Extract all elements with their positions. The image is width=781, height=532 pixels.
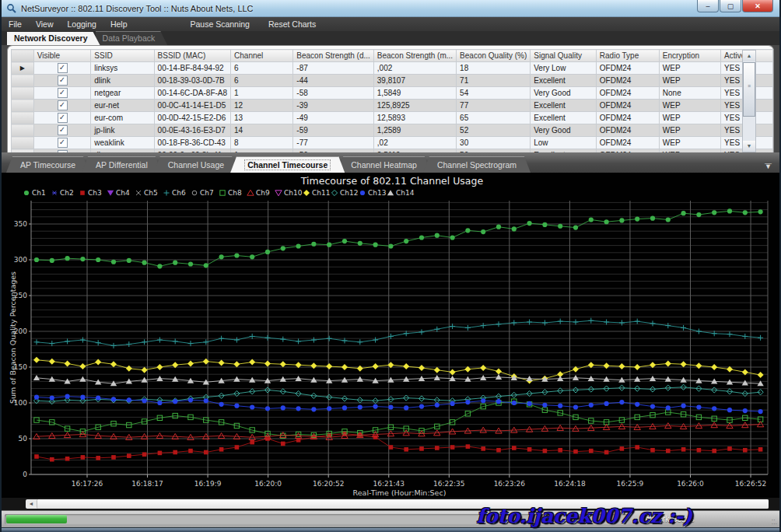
cell: WEP bbox=[659, 100, 720, 112]
row-header-corner bbox=[12, 50, 34, 62]
maximize-button[interactable]: ▢ bbox=[720, 0, 741, 12]
main-tab-bar: Network DiscoveryData Playback bbox=[2, 31, 779, 45]
svg-text:16:26:52: 16:26:52 bbox=[735, 480, 766, 488]
menu-action-reset-charts[interactable]: Reset Charts bbox=[259, 18, 325, 30]
visible-checkbox[interactable]: ✓ bbox=[58, 100, 68, 110]
titlebar[interactable]: NetSurveyor :: 802.11 Discovery Tool :: … bbox=[2, 0, 779, 17]
scroll-down-icon[interactable]: ▼ bbox=[743, 141, 755, 152]
cell: 8 bbox=[231, 137, 293, 149]
minimize-button[interactable]: – bbox=[697, 0, 719, 12]
chart-tabbar-menu-icon[interactable]: —▼ bbox=[765, 162, 772, 168]
menu-logging[interactable]: Logging bbox=[61, 18, 103, 30]
table-scrollbar[interactable]: ▲ ≡ ▼ bbox=[742, 50, 756, 152]
legend-item-ch2 bbox=[52, 191, 57, 194]
cell: 18 bbox=[457, 62, 531, 75]
row-selector[interactable]: ▶ bbox=[12, 62, 34, 75]
cell: ,002 bbox=[373, 62, 456, 75]
cell: -77 bbox=[293, 137, 374, 149]
cell: 12,5893 bbox=[373, 112, 456, 124]
chart-panel: 05010015020025030035016:17:2616:18:1716:… bbox=[2, 173, 779, 498]
table-scrollbar-thumb[interactable]: ≡ bbox=[743, 62, 755, 117]
close-button[interactable]: ✕ bbox=[742, 0, 773, 12]
visible-checkbox[interactable]: ✓ bbox=[58, 63, 68, 73]
resize-grip-icon[interactable]: ∙∙∙∙∙ bbox=[771, 518, 777, 526]
visible-checkbox[interactable]: ✓ bbox=[58, 113, 68, 123]
chart-tab-channel-heatmap[interactable]: Channel Heatmap bbox=[337, 156, 431, 173]
table-row[interactable]: ▶✓linksys00-14-BF-84-94-926-87,00218Very… bbox=[12, 62, 773, 75]
visible-cell: ✓ bbox=[33, 100, 91, 112]
table-row[interactable]: ✓dlink00-18-39-03-0D-7B6-4439,810771Exce… bbox=[12, 75, 773, 87]
column-header-4[interactable]: Channel bbox=[231, 50, 293, 62]
legend-label: Ch8 bbox=[228, 189, 242, 197]
chart-tab-ap-differential[interactable]: AP Differential bbox=[82, 156, 162, 173]
column-header-5[interactable]: Beacon Strength (d... bbox=[293, 50, 374, 62]
cell: 30 bbox=[457, 137, 531, 149]
row-selector[interactable] bbox=[12, 124, 34, 137]
tab-data-playback[interactable]: Data Playback bbox=[96, 31, 168, 45]
svg-text:Real-Time (Hour:Min:Sec): Real-Time (Hour:Min:Sec) bbox=[353, 488, 447, 497]
cell: 65 bbox=[457, 112, 531, 124]
visible-checkbox[interactable]: ✓ bbox=[58, 88, 68, 98]
visible-checkbox[interactable]: ✓ bbox=[58, 138, 68, 148]
column-header-1[interactable]: Visible bbox=[33, 50, 91, 62]
table-row[interactable]: ✓jp-link00-0E-43-16-E3-D714-591,258952Ve… bbox=[12, 124, 773, 137]
cell: Low bbox=[531, 137, 597, 149]
column-header-6[interactable]: Beacon Strength (m... bbox=[373, 50, 456, 62]
legend-item-ch10 bbox=[275, 191, 282, 196]
chart-tab-ap-timecourse[interactable]: AP Timecourse bbox=[6, 156, 89, 173]
visible-checkbox[interactable]: ✓ bbox=[58, 125, 68, 135]
menu-action-pause-scanning[interactable]: Pause Scanning bbox=[180, 18, 258, 30]
scrollbar-grip-icon: ≡ bbox=[744, 85, 755, 87]
legend-label: Ch4 bbox=[116, 189, 130, 197]
table-row[interactable]: ✓weaklink00-18-F8-36-CD-438-77,0230LowOF… bbox=[12, 137, 773, 149]
row-selector[interactable] bbox=[12, 100, 34, 112]
visible-cell: ✓ bbox=[33, 112, 91, 124]
column-header-9[interactable]: Radio Type bbox=[596, 50, 659, 62]
cell: 00-18-F8-36-CD-43 bbox=[154, 137, 230, 149]
column-header-8[interactable]: Signal Quality bbox=[531, 50, 597, 62]
column-header-3[interactable]: BSSID (MAC) bbox=[154, 50, 230, 62]
svg-text:16:21:43: 16:21:43 bbox=[373, 480, 405, 488]
table-row[interactable]: ✓eur-net00-0C-41-14-E1-D512-39125,892577… bbox=[12, 100, 773, 112]
column-header-2[interactable]: SSID bbox=[91, 50, 154, 62]
table-row[interactable]: ✓eur-com00-0D-42-15-E2-D613-4912,589365E… bbox=[12, 112, 773, 124]
cell: -39 bbox=[293, 100, 374, 112]
legend-label: Ch13 bbox=[368, 189, 386, 197]
column-header-7[interactable]: Beacon Quality (%) bbox=[457, 50, 531, 62]
cell: -49 bbox=[293, 112, 374, 124]
cell: -58 bbox=[293, 87, 374, 100]
row-selector[interactable] bbox=[12, 75, 34, 87]
cell: OFDM24 bbox=[596, 100, 659, 112]
menu-file[interactable]: File bbox=[2, 18, 29, 30]
window-bottom-frame bbox=[2, 527, 779, 532]
network-table-card: VisibleSSIDBSSID (MAC)ChannelBeacon Stre… bbox=[7, 45, 774, 152]
chart-tab-channel-usage[interactable]: Channel Usage bbox=[154, 156, 238, 173]
svg-text:0: 0 bbox=[23, 471, 27, 478]
legend-label: Ch5 bbox=[144, 189, 158, 197]
menu-view[interactable]: View bbox=[29, 18, 61, 30]
row-selector[interactable] bbox=[12, 137, 34, 149]
svg-text:50: 50 bbox=[19, 435, 28, 443]
cell: 00-14-BF-84-94-92 bbox=[154, 62, 230, 75]
chart-tab-channel-spectrogram[interactable]: Channel Spectrogram bbox=[423, 156, 531, 173]
menu-help[interactable]: Help bbox=[103, 18, 135, 30]
row-selector[interactable] bbox=[12, 87, 34, 100]
svg-text:16:22:35: 16:22:35 bbox=[433, 480, 464, 488]
svg-text:16:20:52: 16:20:52 bbox=[313, 480, 344, 488]
column-header-10[interactable]: Encryption bbox=[659, 50, 720, 62]
visible-checkbox[interactable]: ✓ bbox=[58, 75, 68, 86]
netsurveyor-window: NetSurveyor :: 802.11 Discovery Tool :: … bbox=[0, 0, 781, 532]
visible-cell: ✓ bbox=[33, 62, 91, 75]
cell: 71 bbox=[457, 75, 531, 87]
tab-network-discovery[interactable]: Network Discovery bbox=[7, 32, 100, 45]
scroll-left-icon[interactable]: ◄ bbox=[26, 499, 37, 509]
table-row[interactable]: ✓netgear00-14-6C-DA-8F-A81-581,584954Ver… bbox=[12, 87, 773, 100]
row-selector[interactable] bbox=[12, 112, 34, 124]
cell: 00-14-6C-DA-8F-A8 bbox=[154, 87, 230, 100]
legend-item-ch6 bbox=[164, 191, 170, 196]
svg-text:16:23:26: 16:23:26 bbox=[494, 480, 526, 488]
watermark: foto.ijacek007.cz :-) bbox=[476, 505, 692, 527]
svg-text:16:24:18: 16:24:18 bbox=[554, 480, 586, 488]
scroll-up-icon[interactable]: ▲ bbox=[743, 51, 755, 61]
chart-tab-channel-timecourse[interactable]: Channel Timecourse bbox=[230, 156, 345, 173]
